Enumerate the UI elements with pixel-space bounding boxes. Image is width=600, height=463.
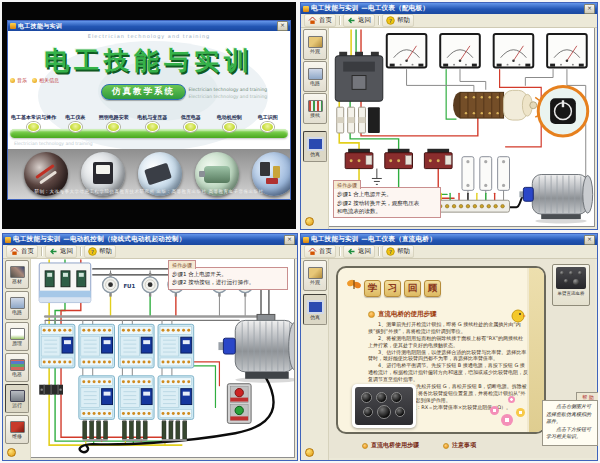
menu-label: 电工识图	[258, 114, 278, 120]
home-icon	[10, 247, 19, 256]
english-subtitle: Electrician technology and training	[188, 87, 267, 92]
body-step: 3、估计待测电阻阻值，以便选择合适的比较臂与比率臂。选择比率臂时，最好能使比较臂…	[368, 349, 528, 363]
operation-steps: 操作步骤 步骤1 合上电源开关。 步骤2 按动按钮，进行运行操作。	[168, 267, 288, 290]
sidebar-item-appearance[interactable]: 外观	[303, 29, 327, 60]
sidebar-label: 电器	[12, 372, 22, 377]
window-title: 电工技能与实训 —电工仪表（直流电桥）	[311, 235, 582, 244]
help-button[interactable]: ?帮助	[382, 14, 414, 27]
fuse-block[interactable]	[337, 107, 380, 133]
app-icon	[303, 237, 309, 243]
window-title: 电工技能与实训 —电动机控制（绕线式电动机起动控制）	[13, 235, 282, 244]
back-button[interactable]: 返回	[343, 14, 375, 27]
toolbar-separator	[339, 247, 340, 256]
help-button[interactable]: ?帮助	[382, 245, 414, 258]
panel-meter	[387, 34, 427, 68]
sidebar-label: 维修	[12, 434, 22, 439]
contactor	[79, 376, 115, 420]
link-precautions[interactable]: 注意事项	[443, 441, 476, 450]
sidebar-item-wiring[interactable]: 接线	[303, 93, 327, 124]
sidebar-label: 仿真	[310, 152, 320, 157]
circuit-breaker[interactable]	[39, 263, 90, 303]
info-button[interactable]: 相关信息	[32, 77, 59, 83]
back-arrow-icon	[49, 247, 58, 256]
contactor	[118, 324, 154, 368]
info-label: 相关信息	[39, 77, 59, 83]
menu-item-lowvoltage[interactable]: 低压电器	[172, 114, 211, 132]
contactor	[158, 376, 194, 420]
home-button[interactable]: 首页	[304, 245, 336, 258]
sidebar-label: 外观	[310, 280, 320, 285]
sidebar: 器材 电路 原理 电器 运行 维修	[3, 258, 31, 460]
meter-sim-window: 电工技能与实训 —电工仪表（配电板） × 首页 返回 ?帮助 外观 电路 接线 …	[300, 2, 598, 230]
back-label: 返回	[358, 247, 371, 256]
splash-content: Electrician technology and training 音乐 相…	[8, 31, 290, 199]
rotary-switch[interactable]	[453, 90, 537, 120]
circuit-breaker[interactable]	[335, 52, 383, 102]
toolbar-separator	[80, 247, 81, 256]
music-icon	[10, 78, 15, 83]
sidebar-item-simulation[interactable]: 仿真	[303, 294, 327, 325]
link-label: 注意事项	[452, 441, 476, 450]
sidebar-item-equipment[interactable]: 器材	[5, 260, 29, 289]
link-usage-steps[interactable]: 直流电桥使用步骤	[362, 441, 419, 450]
menu-item-drawings[interactable]: 电工识图	[249, 114, 288, 132]
home-button[interactable]: 首页	[304, 14, 336, 27]
toolbar-separator	[378, 247, 379, 256]
menu-item-meters[interactable]: 电工仪表	[56, 114, 95, 132]
bullet-icon	[362, 443, 368, 449]
button-station[interactable]	[227, 384, 251, 424]
home-label: 首页	[319, 16, 332, 25]
motor-sim-window: 电工技能与实训 —电动机控制（绕线式电动机起动控制） × 首页 返回 ?帮助 器…	[2, 233, 298, 461]
home-button[interactable]: 首页	[6, 245, 38, 258]
sidebar-item-circuit[interactable]: 电路	[5, 291, 29, 320]
menu-item-lighting[interactable]: 照明电路安装	[95, 114, 134, 132]
help-button[interactable]: ?帮助	[84, 245, 116, 258]
book-icon	[10, 328, 25, 340]
menu-label: 电机与变压器	[137, 114, 167, 120]
menu-item-motorcontrol[interactable]: 电动机控制	[210, 114, 249, 132]
fuse	[142, 273, 158, 297]
sidebar-item-devices[interactable]: 电器	[5, 353, 29, 382]
home-icon	[308, 247, 317, 256]
sidebar-item-appearance[interactable]: 外观	[303, 260, 327, 291]
flower-decoration	[490, 406, 499, 415]
help-icon: ?	[386, 247, 395, 256]
review-quadrant: 电工技能与实训 —电工仪表（直流电桥） × 首页 返回 ?帮助 外观 仿真	[300, 233, 598, 461]
operation-steps-tab: 操作步骤	[168, 260, 196, 269]
sidebar-item-simulation[interactable]: 仿真	[303, 131, 327, 162]
close-icon[interactable]: ×	[584, 4, 595, 14]
menu-item-basics[interactable]: 电工基本常识与操作	[11, 114, 56, 132]
monitor-icon	[307, 300, 324, 314]
close-icon[interactable]: ×	[584, 235, 595, 245]
music-icon[interactable]	[7, 448, 16, 457]
window-title: 电工技能与实训	[18, 22, 275, 31]
screenshot-grid: 电工技能与实训 × Electrician technology and tra…	[0, 0, 600, 463]
title-bar: 电工技能与实训 —电动机控制（绕线式电动机起动控制） ×	[3, 234, 297, 245]
bridge-thumbnail-image	[556, 267, 586, 289]
sidebar-label: 原理	[12, 341, 22, 346]
sidebar-item-circuit[interactable]: 电路	[303, 61, 327, 92]
body-step: 1、测量前先打开检流计锁扣，即将 G 接线柱处的金属插片由“内接”拨到“外接”，…	[368, 321, 528, 335]
butterfly-icon	[346, 278, 362, 291]
music-button[interactable]: 音乐	[10, 77, 27, 83]
simulation-canvas[interactable]: FU1 FU2	[30, 258, 295, 458]
music-icon[interactable]	[305, 217, 314, 226]
back-button[interactable]: 返回	[343, 245, 375, 258]
menu-item-machines[interactable]: 电机与变压器	[133, 114, 172, 132]
help-icon: ?	[88, 247, 97, 256]
music-icon[interactable]	[305, 448, 314, 457]
back-label: 返回	[358, 16, 371, 25]
sidebar-item-run[interactable]: 运行	[5, 384, 29, 413]
menu-oval-icon	[146, 122, 159, 132]
device-thumbnail-button[interactable]: 单臂直流电桥	[552, 264, 590, 306]
sidebar-item-principle[interactable]: 原理	[5, 322, 29, 351]
back-button[interactable]: 返回	[45, 245, 77, 258]
close-icon[interactable]: ×	[284, 235, 295, 245]
knife-switch[interactable]	[39, 385, 63, 395]
close-icon[interactable]: ×	[277, 21, 288, 31]
circuit-icon	[308, 68, 323, 80]
sidebar-item-repair[interactable]: 维修	[5, 415, 29, 444]
home-label: 首页	[21, 247, 34, 256]
review-window: 电工技能与实训 —电工仪表（直流电桥） × 首页 返回 ?帮助 外观 仿真	[300, 233, 598, 461]
simulation-canvas[interactable]: 操作步骤 步骤1 合上电源开关。 步骤2 按动转换开关，观察电压表 和电流表的读…	[328, 27, 595, 227]
